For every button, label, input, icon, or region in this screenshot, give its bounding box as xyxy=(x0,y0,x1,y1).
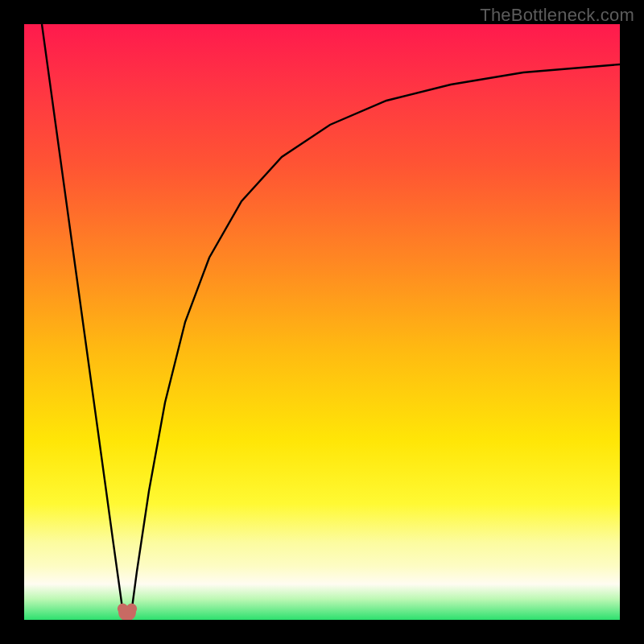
attribution-label: TheBottleneck.com xyxy=(480,5,634,26)
gradient-plot-area xyxy=(24,24,620,620)
chart-container: TheBottleneck.com xyxy=(0,0,644,644)
